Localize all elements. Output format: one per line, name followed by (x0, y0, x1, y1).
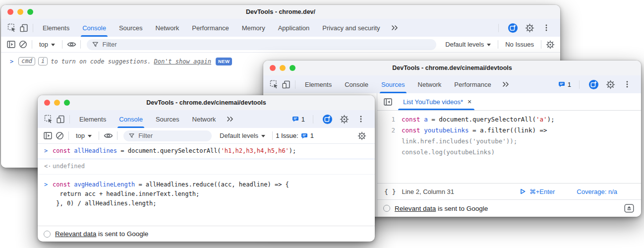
tab-sources[interactable]: Sources (113, 19, 149, 37)
issues-counter[interactable]: No Issues (501, 41, 538, 48)
filter-input[interactable] (138, 132, 207, 139)
close-window-button[interactable] (270, 65, 276, 71)
code-token: }, 0) / allHeadlines.length; (53, 200, 157, 207)
console-settings-gear-icon[interactable] (544, 39, 556, 51)
settings-gear-icon[interactable] (338, 113, 350, 125)
live-expression-eye-icon[interactable] (102, 130, 114, 142)
clear-console-icon[interactable] (54, 130, 65, 142)
code-token: = allHeadlines.reduce((acc, headline) =>… (135, 181, 289, 188)
kebab-menu-icon[interactable] (540, 22, 552, 34)
settings-gear-icon[interactable] (524, 22, 535, 34)
code-editor[interactable]: 1 2 const a = document.querySelectorAll(… (377, 111, 641, 183)
variable-token: a (424, 116, 428, 123)
eject-drawer-icon[interactable] (623, 202, 635, 214)
close-window-button[interactable] (7, 9, 13, 15)
zoom-window-button[interactable] (64, 100, 70, 106)
kebab-menu-icon[interactable] (621, 78, 633, 90)
titlebar[interactable]: DevTools - chrome.dev/ (1, 5, 560, 19)
console-settings-gear-icon[interactable] (356, 130, 368, 142)
minimize-window-button[interactable] (54, 100, 60, 106)
device-toolbar-icon[interactable] (55, 113, 66, 125)
settings-gear-icon[interactable] (604, 78, 616, 90)
editor-status-bar: { } Line 2, Column 31 ⌘+Enter Coverage: … (377, 183, 641, 199)
minimize-window-button[interactable] (17, 9, 23, 15)
tab-elements[interactable]: Elements (298, 75, 338, 93)
issues-counter[interactable]: 1 (558, 81, 571, 88)
log-levels-selector[interactable]: Default levels (216, 132, 269, 139)
more-tabs-icon[interactable] (500, 78, 512, 90)
issues-counter[interactable]: 1 Issue: 1 (276, 132, 314, 139)
titlebar[interactable]: DevTools - chrome.dev/cinemai/devtools (38, 95, 375, 110)
filter-input[interactable] (103, 41, 432, 48)
issues-counter[interactable]: 1 (292, 116, 305, 123)
console-filter[interactable] (87, 39, 436, 50)
kebab-menu-icon[interactable] (355, 113, 367, 125)
tab-network[interactable]: Network (186, 110, 223, 128)
tab-memory[interactable]: Memory (235, 19, 272, 37)
file-tab-snippet[interactable]: List YouTube videos* × (397, 93, 477, 110)
tab-network[interactable]: Network (149, 19, 186, 37)
code-token: = document.querySelectorAll( (428, 116, 536, 123)
tab-privacy-security[interactable]: Privacy and security (316, 19, 386, 37)
relevant-data-link[interactable]: Relevant data (395, 205, 436, 212)
log-levels-selector[interactable]: Default levels (441, 41, 495, 48)
titlebar[interactable]: DevTools - chrome.dev/cinemai/devtools (263, 61, 641, 75)
divider (68, 131, 69, 140)
inspect-element-icon[interactable] (43, 113, 55, 125)
line-number: 1 (377, 114, 395, 125)
tab-network[interactable]: Network (411, 75, 448, 93)
pretty-print-icon[interactable]: { } (384, 188, 396, 195)
console-filter[interactable] (123, 130, 212, 141)
zoom-window-button[interactable] (27, 9, 33, 15)
line-number-gutter: 1 2 (377, 114, 402, 183)
chevron-down-icon (261, 135, 265, 137)
ai-data-disclaimer: Relevant data is sent to Google (38, 226, 375, 242)
code-lines: const a = document.querySelectorAll('a')… (402, 114, 555, 183)
tab-console[interactable]: Console (338, 75, 375, 93)
tab-elements[interactable]: Elements (73, 110, 113, 128)
coverage-link[interactable]: Coverage: n/a (577, 188, 617, 195)
live-expression-eye-icon[interactable] (65, 39, 77, 51)
device-toolbar-icon[interactable] (18, 22, 30, 34)
console-sidebar-toggle-icon[interactable] (42, 130, 54, 142)
ai-assistant-icon[interactable] (321, 113, 333, 125)
device-toolbar-icon[interactable] (280, 78, 292, 90)
console-result-arrow: <· (44, 162, 53, 171)
navigator-toggle-icon[interactable] (382, 96, 394, 108)
zoom-window-button[interactable] (290, 65, 295, 71)
inspect-element-icon[interactable] (6, 22, 18, 34)
dont-show-again-link[interactable]: Don't show again (154, 58, 211, 65)
minimize-window-button[interactable] (280, 65, 286, 71)
relevant-data-link[interactable]: Relevant data (55, 230, 96, 238)
ai-assistant-icon[interactable] (507, 22, 519, 34)
tab-performance[interactable]: Performance (448, 75, 497, 93)
more-tabs-icon[interactable] (389, 22, 401, 34)
divider (313, 115, 313, 124)
run-snippet-button[interactable]: ⌘+Enter (519, 188, 555, 195)
more-tabs-icon[interactable] (224, 113, 236, 125)
console-sidebar-toggle-icon[interactable] (5, 39, 17, 51)
tab-sources[interactable]: Sources (375, 75, 411, 93)
ai-assistant-icon[interactable] (587, 78, 599, 90)
clear-console-icon[interactable] (17, 39, 29, 51)
string-token: 'a' (536, 116, 547, 123)
issue-bubble-icon (300, 132, 308, 139)
tab-console[interactable]: Console (113, 110, 149, 128)
tabbar-actions: 1 (292, 113, 370, 125)
close-window-button[interactable] (44, 100, 50, 106)
new-badge: NEW (216, 58, 232, 65)
context-selector[interactable]: top (35, 41, 59, 48)
chevron-down-icon (51, 44, 55, 46)
tab-application[interactable]: Application (272, 19, 316, 37)
tab-performance[interactable]: Performance (185, 19, 235, 37)
devtools-window-console: DevTools - chrome.dev/cinemai/devtools E… (38, 95, 375, 242)
issue-bubble-icon (292, 116, 299, 123)
line-number: 2 (377, 125, 395, 136)
tab-sources[interactable]: Sources (149, 110, 186, 128)
tab-console[interactable]: Console (76, 19, 113, 37)
tab-elements[interactable]: Elements (36, 19, 76, 37)
close-tab-icon[interactable]: × (468, 98, 471, 106)
context-selector[interactable]: top (72, 132, 96, 139)
inspect-element-icon[interactable] (268, 78, 280, 90)
disclaimer-text: is sent to Google (96, 230, 148, 238)
